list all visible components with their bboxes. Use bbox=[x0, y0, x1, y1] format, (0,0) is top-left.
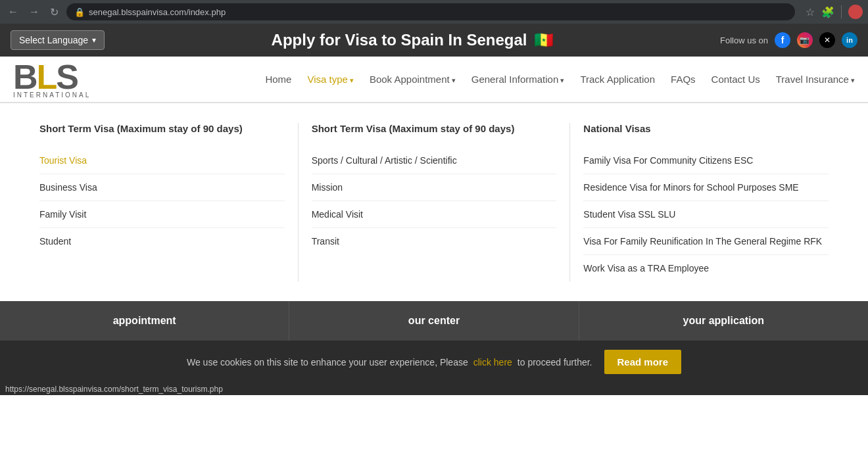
logo-international-text: INTERNATIONAL bbox=[13, 91, 91, 99]
nav-link-general-information[interactable]: General Information bbox=[471, 74, 565, 85]
follow-us-label: Follow us on bbox=[720, 36, 768, 45]
footer-appointment-label: appointment bbox=[113, 315, 176, 327]
bookmark-icon[interactable]: ☆ bbox=[806, 6, 815, 18]
logo-area: BLS INTERNATIONAL bbox=[13, 60, 91, 99]
dropdown-col-2-title: Short Term Visa (Maximum stay of 90 days… bbox=[312, 123, 557, 134]
nav-link-visa-type[interactable]: Visa type bbox=[307, 74, 354, 85]
dropdown-item-transit[interactable]: Transit bbox=[312, 228, 557, 254]
forward-button[interactable]: → bbox=[26, 6, 42, 18]
main-nav: Home Visa type Book Appointment General … bbox=[265, 74, 855, 85]
select-language-label: Select Language bbox=[19, 35, 88, 45]
divider bbox=[841, 5, 842, 18]
senegal-flag: 🇸🇳 bbox=[534, 31, 554, 49]
nav-item-travel-insurance[interactable]: Travel Insurance bbox=[776, 74, 855, 85]
nav-item-faqs[interactable]: FAQs bbox=[671, 74, 696, 85]
dropdown-item-tourist-visa[interactable]: Tourist Visa bbox=[39, 147, 285, 174]
dropdown-item-medical-visit[interactable]: Medical Visit bbox=[312, 201, 557, 228]
dropdown-col-1-title: Short Term Visa (Maximum stay of 90 days… bbox=[39, 123, 285, 134]
footer-our-center-label: our center bbox=[408, 315, 460, 327]
footer-col-our-center[interactable]: our center bbox=[289, 301, 579, 341]
site-title: Apply for Visa to Spain In Senegal bbox=[272, 31, 527, 49]
browser-bar: ← → ↻ 🔒 senegal.blsspainvisa.com/index.p… bbox=[0, 0, 868, 24]
status-url: https://senegal.blsspainvisa.com/short_t… bbox=[5, 385, 223, 394]
nav-bar: BLS INTERNATIONAL Home Visa type Book Ap… bbox=[0, 57, 868, 103]
top-bar: Select Language Apply for Visa to Spain … bbox=[0, 24, 868, 57]
nav-item-visa-type[interactable]: Visa type bbox=[307, 74, 354, 85]
dropdown-item-sports-cultural[interactable]: Sports / Cultural / Artistic / Scientifi… bbox=[312, 147, 557, 174]
nav-item-track-application[interactable]: Track Application bbox=[580, 74, 655, 85]
cookie-bar: We use cookies on this site to enhance y… bbox=[0, 341, 868, 383]
top-bar-right: Follow us on f 📷 ✕ in bbox=[720, 32, 857, 48]
footer-col-your-application[interactable]: your application bbox=[579, 301, 868, 341]
nav-link-book-appointment[interactable]: Book Appointment bbox=[370, 74, 456, 85]
dropdown-item-student[interactable]: Student bbox=[39, 228, 285, 254]
lock-icon: 🔒 bbox=[74, 7, 85, 17]
footer-col-appointment[interactable]: appointment bbox=[0, 301, 289, 341]
dropdown-item-residence-visa-minors[interactable]: Residence Visa for Minors for School Pur… bbox=[583, 174, 829, 201]
profile-avatar[interactable] bbox=[848, 5, 863, 19]
browser-action-icons: ☆ 🧩 bbox=[806, 5, 863, 19]
nav-item-contact-us[interactable]: Contact Us bbox=[711, 74, 760, 85]
cookie-text: We use cookies on this site to enhance y… bbox=[187, 357, 468, 368]
bls-logo[interactable]: BLS INTERNATIONAL bbox=[13, 60, 91, 99]
logo-bls-text: BLS bbox=[13, 60, 91, 94]
footer-bar: appointment our center your application bbox=[0, 301, 868, 341]
select-language-button[interactable]: Select Language bbox=[11, 30, 105, 50]
dropdown-menu-area: Short Term Visa (Maximum stay of 90 days… bbox=[0, 103, 868, 301]
read-more-button[interactable]: Read more bbox=[604, 350, 682, 374]
nav-item-book-appointment[interactable]: Book Appointment bbox=[370, 74, 456, 85]
dropdown-item-family-visit[interactable]: Family Visit bbox=[39, 201, 285, 228]
nav-link-contact-us[interactable]: Contact Us bbox=[711, 74, 760, 85]
nav-links-list: Home Visa type Book Appointment General … bbox=[265, 74, 855, 85]
nav-link-faqs[interactable]: FAQs bbox=[671, 74, 696, 85]
nav-item-home[interactable]: Home bbox=[265, 74, 291, 85]
instagram-icon[interactable]: 📷 bbox=[797, 32, 813, 48]
address-bar[interactable]: 🔒 senegal.blsspainvisa.com/index.php bbox=[66, 3, 795, 20]
linkedin-icon[interactable]: in bbox=[842, 32, 857, 48]
twitter-x-icon[interactable]: ✕ bbox=[819, 32, 835, 48]
cookie-link[interactable]: click here bbox=[473, 357, 512, 368]
dropdown-item-family-visa-esc[interactable]: Family Visa For Community Citizens ESC bbox=[583, 147, 829, 174]
url-display: senegal.blsspainvisa.com/index.php bbox=[89, 7, 226, 17]
dropdown-item-student-visa-ssl[interactable]: Student Visa SSL SLU bbox=[583, 201, 829, 228]
dropdown-item-business-visa[interactable]: Business Visa bbox=[39, 174, 285, 201]
status-bar: https://senegal.blsspainvisa.com/short_t… bbox=[0, 383, 868, 395]
dropdown-col-1: Short Term Visa (Maximum stay of 90 days… bbox=[26, 123, 299, 281]
dropdown-col-3: National Visas Family Visa For Community… bbox=[570, 123, 842, 281]
facebook-icon[interactable]: f bbox=[775, 32, 790, 48]
nav-link-travel-insurance[interactable]: Travel Insurance bbox=[776, 74, 855, 85]
dropdown-item-mission[interactable]: Mission bbox=[312, 174, 557, 201]
nav-link-home[interactable]: Home bbox=[265, 74, 291, 85]
dropdown-item-visa-family-reunification[interactable]: Visa For Family Reunification In The Gen… bbox=[583, 228, 829, 255]
back-button[interactable]: ← bbox=[5, 6, 21, 18]
refresh-button[interactable]: ↻ bbox=[47, 6, 61, 18]
dropdown-col-3-title: National Visas bbox=[583, 123, 829, 134]
nav-link-track-application[interactable]: Track Application bbox=[580, 74, 655, 85]
nav-item-general-information[interactable]: General Information bbox=[471, 74, 565, 85]
top-bar-center: Apply for Visa to Spain In Senegal 🇸🇳 bbox=[272, 31, 554, 49]
footer-your-application-label: your application bbox=[683, 315, 765, 327]
dropdown-col-2: Short Term Visa (Maximum stay of 90 days… bbox=[299, 123, 571, 281]
extensions-icon[interactable]: 🧩 bbox=[821, 6, 834, 18]
cookie-text2: to proceed further. bbox=[518, 357, 592, 368]
top-bar-left: Select Language bbox=[11, 30, 105, 50]
dropdown-item-work-visa-tra[interactable]: Work Visa as a TRA Employee bbox=[583, 255, 829, 281]
